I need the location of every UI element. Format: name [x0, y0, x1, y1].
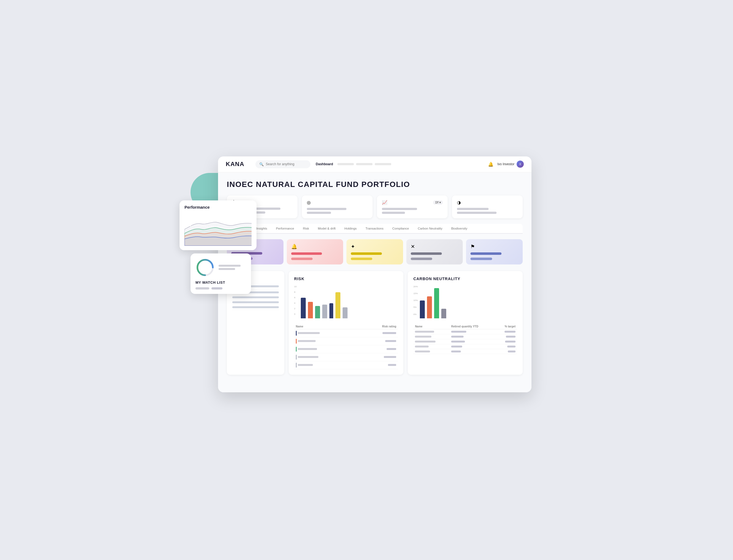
risk-row-5-val: [357, 361, 398, 369]
risk-bar-4: [322, 305, 327, 318]
tab-model-drift[interactable]: Model & drift: [313, 224, 340, 234]
risk-chart-container: 10 8 6 4 2 0: [294, 285, 398, 318]
cat-bar-2-2: [351, 258, 372, 260]
watch-list-bars: [195, 287, 246, 289]
carbon-row-3-qty: [450, 339, 495, 344]
carbon-name-bar-5: [415, 351, 430, 352]
nav-pill-3: [375, 163, 391, 165]
risk-bar-2: [308, 302, 313, 318]
watch-list-title: MY WATCH LIST: [195, 280, 246, 285]
carbon-qty-bar-2: [451, 336, 464, 338]
watch-list-panel: MY WATCH LIST: [191, 253, 251, 294]
carbon-row-1-qty: [450, 329, 495, 334]
cat-card-2[interactable]: ✦: [346, 239, 403, 264]
risk-bar-5: [329, 303, 333, 318]
search-icon: 🔍: [259, 162, 264, 166]
user-info: Ivo Investor II: [497, 161, 524, 168]
stat-bar-long-1: [307, 208, 346, 210]
risk-indicator-3: [296, 347, 297, 352]
carbon-pct-bar-2: [506, 336, 516, 338]
stat-card-3: ◑: [452, 195, 523, 218]
cat-bar-2-1: [291, 258, 313, 260]
stat-card-2: 📈 1Y ▾: [377, 195, 448, 218]
nav-dashboard[interactable]: Dashboard: [316, 162, 333, 166]
carbon-row-3-name: [413, 339, 450, 344]
cat-card-1[interactable]: 🔔: [287, 239, 343, 264]
search-box[interactable]: 🔍: [255, 160, 310, 168]
page-title: INOEC NATURAL CAPITAL FUND PORTFOLIO: [227, 180, 523, 189]
risk-name-bar-3: [298, 348, 317, 350]
carbon-row-4: [413, 344, 517, 349]
carbon-name-bar-3: [415, 341, 436, 343]
risk-row-1-val: [357, 329, 398, 337]
cat-card-3[interactable]: ✕: [406, 239, 463, 264]
carbon-row-1-name: [413, 329, 450, 334]
risk-indicator-1: [296, 331, 297, 336]
performance-panel-title: Performance: [184, 205, 252, 209]
scene: Performance: [202, 156, 531, 404]
tab-carbon-neutrality[interactable]: Carbon Neutrality: [413, 224, 447, 234]
carbon-row-2: [413, 334, 517, 339]
tab-risk[interactable]: Risk: [299, 224, 313, 234]
stat-bar-long-3: [457, 208, 489, 210]
floating-panels: Performance: [180, 200, 257, 294]
tab-holdings[interactable]: Holdings: [340, 224, 361, 234]
carbon-row-4-name: [413, 344, 450, 349]
watch-bar-item-2: [211, 287, 222, 289]
tab-performance[interactable]: Performance: [272, 224, 299, 234]
risk-val-bar-5: [388, 364, 396, 366]
cat-icon-4: ⚑: [470, 244, 518, 250]
detail-bar-4: [232, 301, 279, 303]
cat-icon-2: ✦: [351, 244, 399, 250]
carbon-row-2-name: [413, 334, 450, 339]
risk-val-bar-1: [382, 332, 396, 334]
cat-icon-3: ✕: [411, 244, 459, 250]
user-name: Ivo Investor: [497, 162, 514, 166]
carbon-bar-chart: [413, 285, 517, 318]
carbon-pct-bar-3: [505, 341, 516, 343]
search-input[interactable]: [266, 162, 302, 166]
tab-biodiversity[interactable]: Biodiversity: [447, 224, 472, 234]
carbon-bar-2: [427, 296, 432, 318]
risk-name-bar-5: [298, 364, 313, 366]
risk-row-4-name: [294, 353, 357, 361]
gauge-area: [195, 258, 246, 277]
period-badge[interactable]: 1Y ▾: [433, 200, 443, 205]
risk-row-4-val: [357, 353, 398, 361]
carbon-row-3-pct: [495, 339, 517, 344]
watch-bar-2: [219, 268, 235, 270]
carbon-qty-bar-4: [451, 346, 462, 347]
nav-links: Dashboard: [316, 162, 483, 166]
transactions-row-3: [232, 295, 279, 300]
risk-indicator-2: [296, 339, 297, 344]
carbon-row-5-qty: [450, 349, 495, 354]
risk-name-bar-2: [298, 340, 316, 342]
watch-list-lines: [219, 265, 241, 270]
risk-row-3: [294, 345, 398, 353]
risk-section: RISK 10 8 6 4 2 0: [289, 271, 404, 375]
tab-transactions[interactable]: Transactions: [361, 224, 388, 234]
risk-col-rating: Risk rating: [357, 324, 398, 329]
risk-bar-1: [301, 298, 306, 318]
risk-val-bar-4: [384, 356, 396, 358]
carbon-qty-bar-3: [451, 341, 465, 343]
carbon-row-5-pct: [495, 349, 517, 354]
bell-icon[interactable]: 🔔: [488, 162, 494, 167]
carbon-section: CARBON NEUTRALITY 20% 15% 10% 5% 0%: [408, 271, 523, 375]
detail-bar-3: [232, 296, 279, 298]
nav-pill: [337, 163, 391, 165]
watch-bar-1: [219, 265, 241, 267]
tab-compliance[interactable]: Compliance: [388, 224, 414, 234]
cat-bar-2-3: [411, 258, 432, 260]
category-cards: 👁 🔔 ✦ ✕: [227, 239, 523, 264]
performance-panel: Performance: [180, 200, 257, 250]
watch-bar-item-1: [195, 287, 209, 289]
carbon-pct-bar-5: [508, 351, 516, 352]
risk-row-5: [294, 361, 398, 369]
cat-bar-2-4: [470, 258, 492, 260]
risk-row-1: [294, 329, 398, 337]
stat-bar-long-2: [382, 208, 417, 210]
stat-icon-1: ◎: [307, 200, 368, 205]
carbon-pct-bar-4: [507, 346, 516, 347]
cat-card-4[interactable]: ⚑: [466, 239, 523, 264]
